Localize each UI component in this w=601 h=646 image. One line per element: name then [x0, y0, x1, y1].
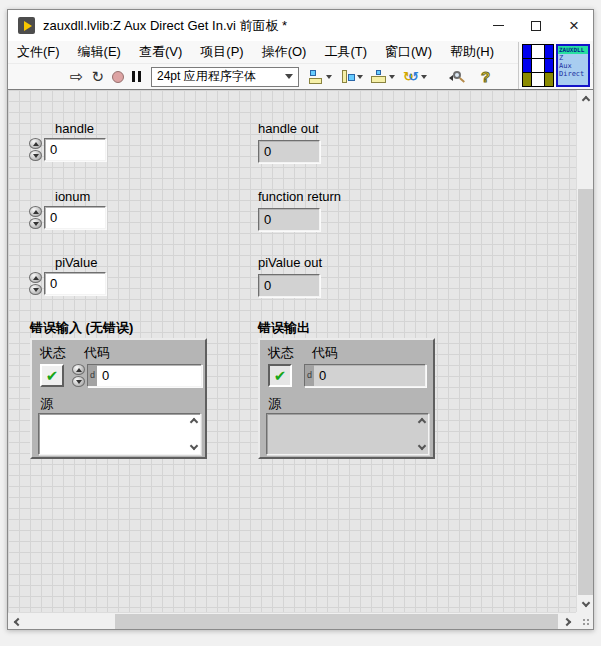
help-button[interactable]: ?	[477, 66, 494, 88]
increment-icon[interactable]	[72, 364, 85, 375]
resize-grip[interactable]	[576, 612, 593, 629]
scroll-up-button[interactable]	[577, 90, 594, 107]
maximize-icon	[531, 21, 541, 31]
menu-edit[interactable]: 编辑(E)	[69, 41, 130, 63]
handle-numeric-control: 0	[29, 138, 106, 161]
increment-decrement-spinner[interactable]	[29, 206, 43, 229]
function-return-label: function return	[258, 189, 341, 204]
window-title: zauxdll.lvlib:Z Aux Direct Get In.vi 前面板…	[43, 17, 287, 35]
handle-out-value: 0	[258, 140, 320, 163]
decrement-icon[interactable]	[29, 150, 42, 161]
chevron-down-icon	[326, 75, 332, 79]
menu-view[interactable]: 查看(V)	[130, 41, 191, 63]
error-out-code-indicator: d 0	[304, 364, 426, 387]
increment-icon[interactable]	[29, 206, 42, 217]
error-out-code-value: d 0	[304, 364, 426, 387]
source-label: 源	[268, 395, 281, 413]
distribute-objects-button[interactable]	[336, 66, 367, 88]
menu-window[interactable]: 窗口(W)	[376, 41, 441, 63]
pivalue-numeric-control: 0	[29, 272, 106, 295]
run-icon: ⇨	[70, 69, 83, 85]
ionum-label: ionum	[55, 189, 90, 204]
handle-input[interactable]: 0	[44, 138, 106, 161]
distribute-objects-icon	[340, 70, 355, 84]
increment-decrement-spinner[interactable]	[29, 138, 43, 161]
increment-decrement-spinner[interactable]	[29, 272, 43, 295]
menu-help[interactable]: 帮助(H)	[441, 41, 503, 63]
menu-file[interactable]: 文件(F)	[8, 41, 69, 63]
vi-icon[interactable]: ZAUXDLL Z Aux Direct	[556, 44, 590, 87]
close-button[interactable]: ×	[555, 10, 593, 41]
error-in-code-control: d 0	[72, 364, 202, 387]
menubar: 文件(F) 编辑(E) 查看(V) 项目(P) 操作(O) 工具(T) 窗口(W…	[8, 41, 593, 64]
increment-icon[interactable]	[29, 272, 42, 283]
chevron-down-icon[interactable]	[417, 442, 425, 450]
labview-app-icon	[18, 17, 35, 34]
decrement-icon[interactable]	[72, 376, 85, 387]
error-out-cluster: 状态 代码 ✔ d 0 源	[258, 338, 435, 459]
alignment-grid-icon[interactable]	[522, 44, 554, 87]
function-return-indicator: 0	[258, 208, 320, 231]
radix-display[interactable]: d	[88, 365, 97, 386]
decrement-icon[interactable]	[29, 284, 42, 295]
menu-operate[interactable]: 操作(O)	[253, 41, 316, 63]
handle-out-indicator: 0	[258, 140, 320, 163]
menu-project[interactable]: 项目(P)	[191, 41, 252, 63]
radix-display: d	[305, 365, 314, 386]
chevron-up-icon	[581, 95, 589, 103]
front-panel: handle 0 handle out 0 ionum 0	[8, 90, 576, 612]
chevron-up-icon[interactable]	[189, 418, 197, 426]
chevron-down-icon[interactable]	[189, 442, 197, 450]
source-label: 源	[40, 395, 53, 413]
vertical-scrollbar[interactable]	[576, 90, 593, 612]
chevron-down-icon	[389, 75, 395, 79]
align-objects-button[interactable]	[305, 66, 336, 88]
pause-icon	[132, 71, 141, 82]
vi-icon-band: ZAUXDLL	[558, 46, 588, 54]
increment-decrement-spinner[interactable]	[72, 364, 86, 387]
vertical-scrollbar-thumb[interactable]	[578, 189, 593, 595]
error-out-status-indicator: ✔	[268, 364, 292, 387]
reorder-button[interactable]: ↻↺	[399, 66, 431, 88]
decrement-icon[interactable]	[29, 218, 42, 229]
toolbar: ⇨ ↻ 24pt 应用程序字体 ↻↺ ?	[8, 64, 593, 90]
menu-tools[interactable]: 工具(T)	[315, 41, 376, 63]
resize-objects-icon	[371, 70, 387, 84]
pivalue-out-label: piValue out	[258, 255, 322, 270]
resize-objects-button[interactable]	[367, 66, 399, 88]
pivalue-out-indicator: 0	[258, 274, 320, 297]
error-in-status-checkbox[interactable]: ✔	[40, 364, 64, 387]
handle-out-label: handle out	[258, 121, 319, 136]
chevron-down-icon	[581, 598, 589, 606]
error-in-code-input[interactable]: d 0	[87, 364, 202, 387]
font-selector-value: 24pt 应用程序字体	[157, 68, 256, 85]
abort-button[interactable]	[108, 66, 128, 88]
maximize-button[interactable]	[517, 10, 555, 41]
error-in-source-input[interactable]	[38, 413, 201, 455]
chevron-right-icon	[562, 617, 570, 625]
pause-button[interactable]	[128, 66, 145, 88]
horizontal-scrollbar-thumb[interactable]	[115, 614, 558, 629]
run-continuous-button[interactable]: ↻	[87, 66, 108, 88]
code-label: 代码	[312, 344, 338, 362]
scroll-right-button[interactable]	[559, 613, 576, 630]
error-in-cluster: 状态 代码 ✔ d 0 源	[30, 338, 207, 459]
pivalue-label: piValue	[55, 255, 97, 270]
function-return-value: 0	[258, 208, 320, 231]
increment-icon[interactable]	[29, 138, 42, 149]
ionum-input[interactable]: 0	[44, 206, 106, 229]
string-scrollbar[interactable]	[415, 414, 428, 454]
minimize-button[interactable]	[479, 10, 517, 41]
font-selector[interactable]: 24pt 应用程序字体	[151, 67, 299, 87]
close-icon: ×	[569, 17, 579, 34]
chevron-left-icon	[13, 617, 21, 625]
horizontal-scrollbar[interactable]	[8, 612, 576, 629]
ionum-numeric-control: 0	[29, 206, 106, 229]
scroll-down-button[interactable]	[577, 595, 594, 612]
string-scrollbar[interactable]	[187, 414, 200, 454]
run-button[interactable]: ⇨	[66, 66, 87, 88]
pivalue-input[interactable]: 0	[44, 272, 106, 295]
scroll-left-button[interactable]	[8, 613, 25, 630]
chevron-up-icon[interactable]	[417, 418, 425, 426]
search-button[interactable]	[445, 66, 469, 88]
